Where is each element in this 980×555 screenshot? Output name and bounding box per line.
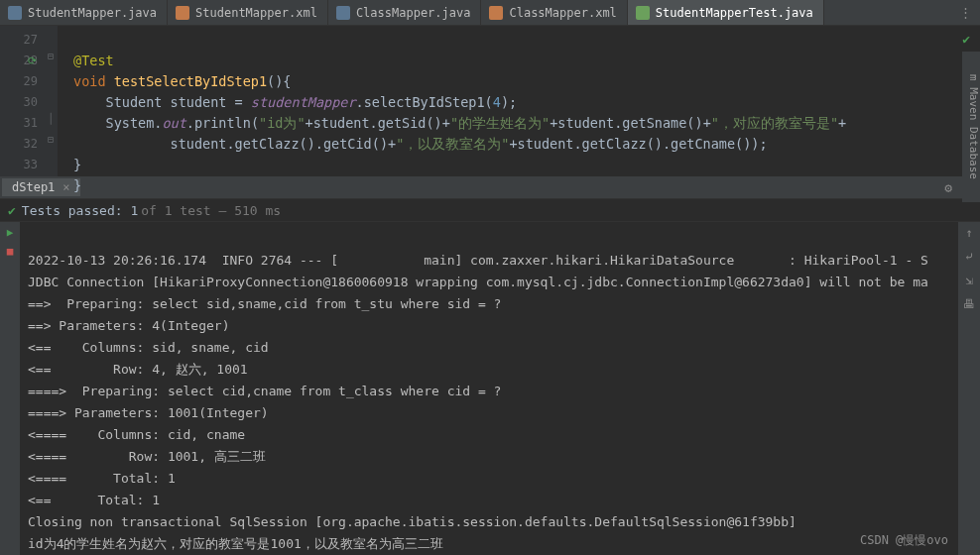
console-line: <==== Columns: cid, cname <box>28 427 245 442</box>
analysis-ok-icon[interactable]: ✔ <box>962 32 970 47</box>
console-line: <== Columns: sid, sname, cid <box>28 340 269 355</box>
soft-wrap-icon[interactable]: ⤶ <box>964 250 974 264</box>
console-line: 2022-10-13 20:26:16.174 INFO 2764 --- [ … <box>28 253 928 268</box>
tests-detail-text: of 1 test – 510 ms <box>141 203 281 218</box>
run-tabs: dStep1× ⚙ — <box>0 176 980 198</box>
console-line: Closing non transactional SqlSession [or… <box>28 514 796 529</box>
xml-icon <box>176 6 189 20</box>
console-line: id为4的学生姓名为赵六，对应的教室号是1001，以及教室名为高三二班 <box>28 536 443 551</box>
tests-passed-text: Tests passed: 1 <box>22 203 138 218</box>
check-icon: ✔ <box>8 203 16 218</box>
console-line: <==== Row: 1001, 高三二班 <box>28 449 266 464</box>
tab-classmapper-xml[interactable]: ClassMapper.xml <box>481 0 627 25</box>
test-status-bar: ✔ Tests passed: 1 of 1 test – 510 ms <box>0 198 980 222</box>
console-line: ====> Preparing: select cid,cname from t… <box>28 384 501 398</box>
test-icon <box>636 6 650 20</box>
gear-icon[interactable]: ⚙ <box>944 180 952 195</box>
console-panel: ▶ ■ 2022-10-13 20:26:16.174 INFO 2764 --… <box>0 222 980 555</box>
console-output[interactable]: 2022-10-13 20:26:16.174 INFO 2764 --- [ … <box>20 222 958 555</box>
stop-icon[interactable]: ■ <box>7 245 14 258</box>
console-line: <== Row: 4, 赵六, 1001 <box>28 362 248 377</box>
tab-studentmapper-java[interactable]: StudentMapper.java <box>0 0 168 25</box>
code-editor[interactable]: 27 28 29 30 31 32 33 ⟳ ⊟│⊟ @Test void te… <box>0 26 980 176</box>
xml-icon <box>489 6 503 20</box>
fold-icon[interactable]: ⊟ <box>44 51 58 71</box>
run-sidebar: ▶ ■ <box>0 222 20 555</box>
code-area[interactable]: @Test void testSelectByIdStep1(){ Studen… <box>58 26 846 176</box>
console-line: ====> Parameters: 1001(Integer) <box>28 405 269 420</box>
console-line: <==== Total: 1 <box>28 471 176 486</box>
console-toolbar: ↑ ⤶ ⇲ 🖶 <box>958 222 980 555</box>
tab-classmapper-java[interactable]: ClassMapper.java <box>328 0 482 25</box>
close-icon[interactable]: × <box>62 180 69 194</box>
console-line: ==> Parameters: 4(Integer) <box>28 318 230 333</box>
tab-studentmappertest-java[interactable]: StudentMapperTest.java <box>628 0 824 25</box>
java-icon <box>336 6 350 20</box>
rerun-icon[interactable]: ▶ <box>7 226 14 239</box>
scroll-up-icon[interactable]: ↑ <box>965 226 972 240</box>
line-gutter: 27 28 29 30 31 32 33 ⟳ <box>0 26 44 176</box>
console-line: ==> Preparing: select sid,sname,cid from… <box>28 296 501 311</box>
console-line: <== Total: 1 <box>28 493 160 507</box>
dots-icon: ⋮ <box>959 5 972 20</box>
fold-column: ⊟│⊟ <box>44 26 58 176</box>
run-tab-dstep1[interactable]: dStep1× <box>2 178 80 196</box>
java-icon <box>8 6 22 20</box>
print-icon[interactable]: 🖶 <box>963 297 975 311</box>
right-sidebar[interactable]: m Maven Database <box>962 52 980 202</box>
console-line: JDBC Connection [HikariProxyConnection@1… <box>28 275 928 289</box>
tab-studentmapper-xml[interactable]: StudentMapper.xml <box>168 0 328 25</box>
run-gutter-icon[interactable]: ⟳ <box>28 51 37 71</box>
watermark-text: CSDN @慢慢ovo <box>860 529 948 551</box>
scroll-end-icon[interactable]: ⇲ <box>965 274 972 287</box>
editor-tabs: StudentMapper.java StudentMapper.xml Cla… <box>0 0 980 26</box>
tabs-overflow[interactable]: ⋮ <box>951 0 980 25</box>
fold-icon[interactable]: ⊟ <box>44 134 58 155</box>
